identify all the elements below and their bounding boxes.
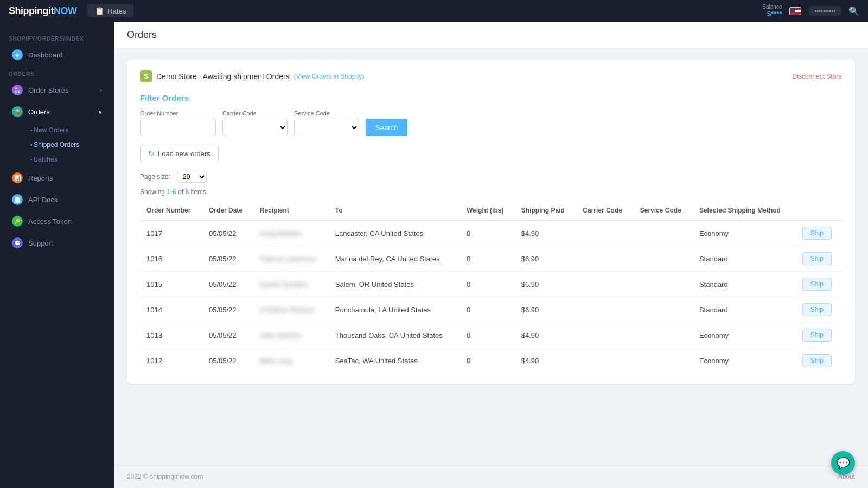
view-orders-shopify-link[interactable]: (View Orders in Shopify) [294, 73, 365, 80]
chat-fab-button[interactable]: 💬 [831, 451, 855, 475]
page-size-select[interactable]: 20 50 100 [177, 171, 207, 183]
cell-shipping-method: Standard [693, 272, 796, 297]
order-number-input[interactable] [140, 119, 216, 136]
cell-weight: 0 [460, 246, 515, 272]
cell-shipping-method: Standard [693, 297, 796, 323]
cell-to: Marina del Rey, CA United States [329, 246, 460, 272]
col-weight: Weight (lbs) [460, 201, 515, 220]
cell-ship-action: Ship [796, 220, 842, 246]
filter-row: Order Number Carrier Code Service Code [140, 110, 842, 136]
load-new-orders-button[interactable]: ↻ Load new orders [140, 145, 219, 162]
sidebar-item-api-docs[interactable]: 📄 API Docs [3, 189, 111, 210]
col-actions [796, 201, 842, 220]
cell-order-number: 1014 [140, 297, 202, 323]
sidebar-item-dashboard[interactable]: ◈ Dashboard [3, 44, 111, 65]
cell-ship-action: Ship [796, 348, 842, 374]
sidebar-item-batches[interactable]: Batches [25, 152, 111, 166]
showing-total: 6 [185, 188, 189, 196]
search-button[interactable]: Search [366, 119, 407, 136]
showing-range: 1-6 [167, 188, 176, 196]
table-row: 1013 05/05/22 Jake Stanton Thousand Oaks… [140, 323, 842, 348]
search-icon[interactable]: 🔍 [848, 6, 859, 16]
ship-button[interactable]: Ship [802, 252, 832, 265]
cell-recipient: Patricia Lawrence [253, 246, 329, 272]
balance-value: $**** [762, 10, 782, 18]
sidebar-item-order-stores[interactable]: 🏪 Order Stores › [3, 80, 111, 100]
cell-recipient: Greg Baldwin [253, 220, 329, 246]
cell-shipping-paid: $6.90 [515, 297, 576, 323]
page-title: Orders [127, 29, 157, 40]
logo: ShippingitNOW [9, 5, 76, 17]
orders-label: Orders [28, 108, 50, 116]
balance-label: Balance [762, 4, 782, 10]
service-code-select[interactable] [294, 119, 359, 136]
user-chip[interactable]: •••••••••• [809, 6, 841, 16]
api-docs-label: API Docs [28, 196, 58, 204]
refresh-icon: ↻ [148, 149, 155, 158]
sidebar-item-access-token[interactable]: 🔑 Access Token [3, 211, 111, 232]
cell-shipping-method: Economy [693, 323, 796, 348]
cell-shipping-paid: $6.90 [515, 272, 576, 297]
cell-order-number: 1015 [140, 272, 202, 297]
cell-to: Thousand Oaks, CA United States [329, 323, 460, 348]
ship-button[interactable]: Ship [802, 278, 832, 291]
cell-order-date: 05/05/22 [202, 323, 253, 348]
cell-order-date: 05/05/22 [202, 348, 253, 374]
table-row: 1016 05/05/22 Patricia Lawrence Marina d… [140, 246, 842, 272]
cell-recipient: Christine Richard [253, 297, 329, 323]
cell-carrier-code [576, 348, 634, 374]
cell-service-code [634, 323, 693, 348]
top-nav: ShippingitNOW 📋 Rates Balance $**** ••••… [0, 0, 868, 22]
cell-order-date: 05/05/22 [202, 246, 253, 272]
col-order-date: Order Date [202, 201, 253, 220]
order-stores-icon: 🏪 [12, 85, 23, 95]
table-header: Order Number Order Date Recipient To Wei… [140, 201, 842, 220]
cell-shipping-paid: $4.90 [515, 323, 576, 348]
orders-submenu: New Orders Shipped Orders Batches [0, 123, 114, 167]
col-service-code: Service Code [634, 201, 693, 220]
cell-ship-action: Ship [796, 246, 842, 272]
dashboard-label: Dashboard [28, 51, 63, 59]
cell-weight: 0 [460, 272, 515, 297]
ship-button[interactable]: Ship [802, 227, 832, 240]
cell-order-number: 1016 [140, 246, 202, 272]
cell-ship-action: Ship [796, 272, 842, 297]
col-shipping-paid: Shipping Paid [515, 201, 576, 220]
cell-order-number: 1017 [140, 220, 202, 246]
carrier-code-select[interactable] [222, 119, 288, 136]
rates-tab[interactable]: 📋 Rates [87, 4, 133, 17]
order-number-field: Order Number [140, 110, 216, 136]
dashboard-icon: ◈ [12, 49, 23, 60]
sidebar-item-support[interactable]: 💬 Support [3, 233, 111, 253]
cell-service-code [634, 220, 693, 246]
col-shipping-method: Selected Shipping Method [693, 201, 796, 220]
sidebar-item-shipped-orders[interactable]: Shipped Orders [25, 138, 111, 152]
table-row: 1012 05/05/22 Billie Long SeaTac, WA Uni… [140, 348, 842, 374]
top-nav-right: Balance $**** •••••••••• 🔍 [762, 4, 859, 18]
ship-button[interactable]: Ship [802, 329, 832, 342]
flag-icon[interactable] [789, 7, 801, 15]
cell-carrier-code [576, 323, 634, 348]
sidebar-item-new-orders[interactable]: New Orders [25, 123, 111, 137]
api-docs-icon: 📄 [12, 194, 23, 205]
cell-recipient: Daniel Sanders [253, 272, 329, 297]
disconnect-store-button[interactable]: Disconnect Store [793, 73, 842, 80]
rates-tab-icon: 📋 [95, 7, 104, 15]
reports-icon: 📊 [12, 172, 23, 183]
filter-title: Filter Orders [140, 93, 842, 102]
cell-to: Salem, OR United States [329, 272, 460, 297]
cell-order-date: 05/05/22 [202, 220, 253, 246]
support-icon: 💬 [12, 237, 23, 248]
ship-button[interactable]: Ship [802, 354, 832, 367]
ship-button[interactable]: Ship [802, 303, 832, 316]
service-code-field: Service Code [294, 110, 359, 136]
sidebar-item-reports[interactable]: 📊 Reports [3, 168, 111, 188]
store-header: S Demo Store : Awaiting shipment Orders … [140, 70, 842, 82]
orders-chevron: ∨ [98, 109, 102, 115]
balance-block: Balance $**** [762, 4, 782, 18]
cell-order-number: 1013 [140, 323, 202, 348]
orders-table: Order Number Order Date Recipient To Wei… [140, 201, 842, 373]
orders-icon: 📦 [12, 106, 23, 117]
sidebar-item-orders[interactable]: 📦 Orders ∨ [3, 101, 111, 122]
table-row: 1014 05/05/22 Christine Richard Ponchato… [140, 297, 842, 323]
